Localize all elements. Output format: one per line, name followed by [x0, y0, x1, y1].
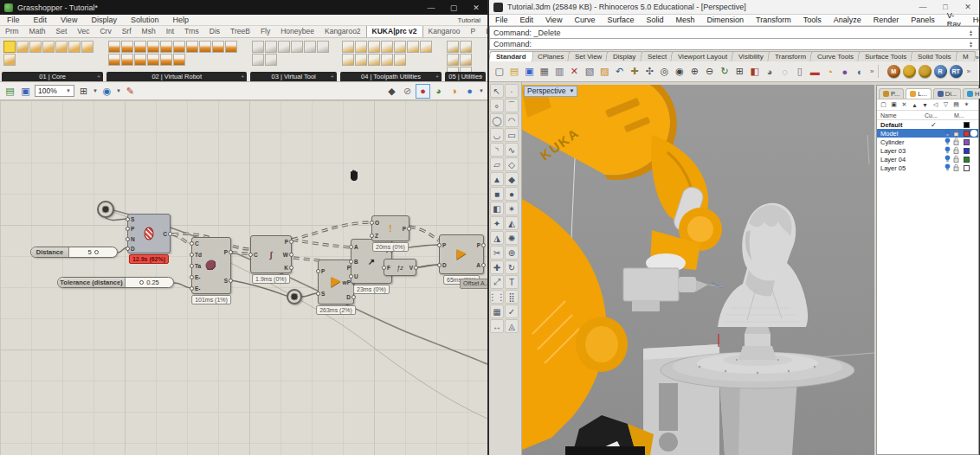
input-port-c[interactable] [248, 253, 253, 257]
component-icon[interactable] [278, 41, 290, 53]
points-grid-icon[interactable]: ⣿ [505, 290, 519, 304]
slider-distance[interactable]: Distance5 [30, 247, 118, 258]
component-icon[interactable] [447, 54, 459, 66]
input-port-ta[interactable] [190, 264, 194, 268]
boolean-diff-icon[interactable]: ✦ [490, 216, 504, 230]
sketch-icon[interactable]: ✎ [124, 85, 137, 98]
ribbon-group-label[interactable]: 04 | Toolpath Utilities+ [340, 72, 442, 81]
component-icon[interactable] [55, 41, 68, 53]
layer-tube-icon[interactable]: ▬ [809, 64, 822, 79]
close-icon[interactable]: ✕ [957, 3, 979, 11]
tab-honeybee[interactable]: Honeybee [275, 26, 319, 37]
zoom-extents-icon[interactable]: ⊞ [77, 85, 90, 98]
toolbar-tab-viewport-layout[interactable]: Viewport Layout [670, 51, 735, 61]
expand-icon[interactable]: + [480, 74, 483, 80]
analyze-icon[interactable]: ◬ [505, 319, 519, 333]
input-port-c[interactable] [190, 241, 194, 246]
tab-int[interactable]: Int [161, 26, 179, 37]
save-icon[interactable]: ▣ [19, 85, 32, 98]
slider-value[interactable]: 0.25 [126, 278, 173, 287]
component-icon[interactable] [317, 41, 329, 53]
component-icon[interactable] [108, 41, 120, 53]
component-icon[interactable] [368, 54, 380, 66]
toolbar-tab-cplanes[interactable]: CPlanes [530, 51, 571, 61]
vray-button-rt[interactable]: RT [950, 65, 963, 78]
menu-item-edit[interactable]: Edit [514, 16, 540, 24]
input-port-s[interactable] [316, 292, 320, 296]
slider-value[interactable]: 5 [69, 247, 117, 257]
ribbon-group-label[interactable]: 05 | Utilities+ [445, 72, 486, 81]
new-layer-icon[interactable]: ▢ [879, 100, 888, 110]
toolbar-overflow-icon[interactable]: » [868, 67, 875, 75]
component-point[interactable]: OZP!20ms (0%) [371, 215, 409, 241]
tab-l[interactable]: L [480, 26, 487, 37]
menu-item-curve[interactable]: Curve [568, 16, 601, 24]
component-icon[interactable] [121, 41, 133, 53]
chevron-down-icon[interactable]: ▼ [479, 88, 484, 93]
input-port-d[interactable] [437, 263, 442, 267]
tab-vec[interactable]: Vec [72, 26, 94, 37]
component-icon[interactable] [68, 41, 81, 53]
duplicate-icon[interactable]: ▧ [583, 64, 596, 79]
input-port-o[interactable] [370, 221, 374, 225]
new-sublayer-icon[interactable]: ▣ [889, 100, 899, 110]
component-icon[interactable] [199, 41, 211, 53]
output-port-w[interactable] [289, 253, 293, 257]
expand-icon[interactable]: + [97, 74, 100, 80]
toolbar-tab-m[interactable]: M [955, 51, 976, 61]
hide-icon[interactable]: ◌ [778, 64, 791, 79]
output-port-v[interactable] [414, 266, 418, 270]
layer-row[interactable]: Model [877, 129, 978, 138]
arc-icon[interactable]: ◝ [490, 143, 504, 157]
open-folder-icon[interactable]: ▤ [507, 64, 520, 79]
freeform-icon[interactable]: ∿ [505, 143, 519, 157]
box-icon[interactable]: ■ [490, 187, 504, 201]
ribbon-group-label[interactable]: 01 | Core+ [2, 72, 103, 81]
component-icon[interactable] [225, 41, 237, 53]
slider-grip[interactable] [139, 280, 144, 285]
vray-overflow-icon[interactable]: » [965, 67, 972, 75]
component-icon[interactable] [394, 41, 406, 53]
input-port-p[interactable] [437, 243, 442, 247]
layer-row[interactable]: Cylinder [877, 138, 978, 146]
polyline-icon[interactable]: ◡ [490, 128, 504, 142]
relay-knot[interactable] [97, 201, 114, 218]
input-port-f[interactable] [382, 266, 386, 270]
output-port-p[interactable] [407, 227, 411, 231]
preview-eye-icon[interactable]: ◉ [100, 85, 113, 98]
surface-icon[interactable]: ▱ [490, 157, 504, 171]
command-spinner[interactable]: ▲▼ [969, 41, 975, 48]
scale-icon[interactable]: ⤢ [490, 275, 504, 289]
command-history[interactable]: Command: _Delete ▲▼ [489, 26, 979, 39]
component-icon[interactable] [265, 54, 277, 66]
tab-fly[interactable]: Fly [255, 26, 275, 37]
input-port-e-[interactable] [190, 275, 194, 279]
toolbar-tab-select[interactable]: Select [640, 51, 674, 61]
tab-crv[interactable]: Crv [94, 26, 116, 37]
layer-row[interactable]: Layer 05 [877, 163, 978, 172]
vray-button-gold-2[interactable] [919, 65, 932, 78]
ghosted-sphere-icon[interactable]: ◐ [854, 64, 867, 79]
component-icon[interactable] [42, 41, 55, 53]
toolbar-tab-standard[interactable]: Standard [489, 51, 534, 61]
menu-item-view[interactable]: View [54, 16, 84, 24]
component-icon[interactable] [342, 41, 354, 53]
render-icon[interactable]: ◕ [763, 64, 776, 79]
preview-shaded-icon[interactable]: ● [416, 85, 429, 98]
draw-fancy-icon[interactable]: ◑ [448, 85, 461, 98]
component-icon[interactable] [252, 41, 264, 53]
rectangle-icon[interactable]: ▭ [505, 128, 519, 142]
tab-kangaroo[interactable]: Kangaroo [423, 26, 466, 37]
tab-kuka-prc-v2[interactable]: KUKA|prc v2 [366, 26, 423, 37]
component-icon[interactable] [420, 41, 432, 53]
output-port-a[interactable] [481, 263, 486, 267]
delete-layer-icon[interactable]: ✕ [899, 100, 909, 110]
slider-grip[interactable] [94, 250, 99, 254]
tab-dis[interactable]: Dis [204, 26, 225, 37]
component-icon[interactable] [16, 41, 29, 53]
component-icon[interactable] [134, 54, 146, 66]
toolbar-tab-display[interactable]: Display [606, 51, 644, 61]
menu-item-solid[interactable]: Solid [640, 16, 669, 24]
delete-icon[interactable]: ✕ [568, 64, 581, 79]
component-icon[interactable] [355, 41, 367, 53]
